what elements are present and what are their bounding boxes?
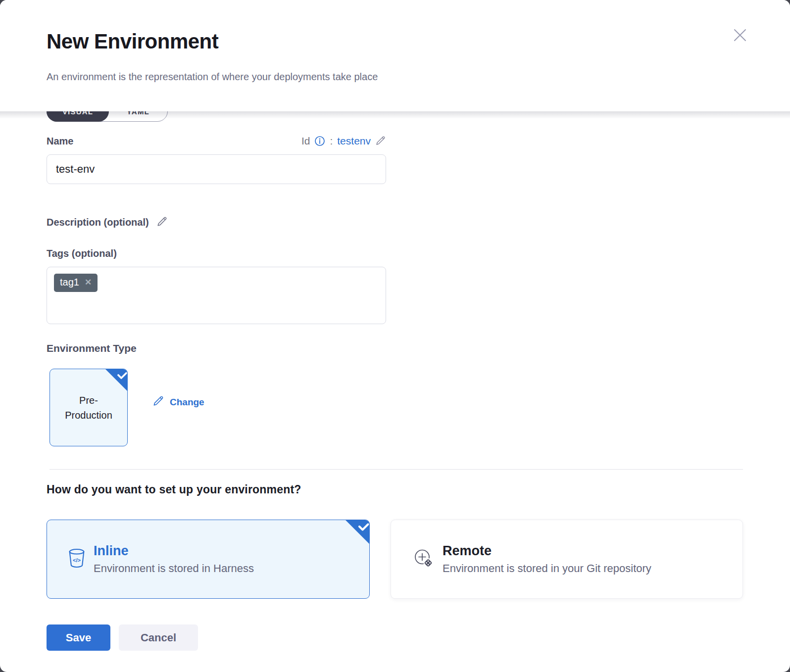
name-label: Name	[47, 136, 73, 147]
close-icon	[731, 39, 749, 46]
id-label: Id	[301, 135, 310, 147]
cancel-button[interactable]: Cancel	[119, 624, 198, 651]
environment-type-label: Environment Type	[47, 342, 743, 355]
name-id-row: Name Id : testenv	[47, 135, 386, 147]
dialog-header: New Environment An environment is the re…	[0, 0, 790, 111]
entity-id-row: Id : testenv	[301, 135, 386, 147]
footer-actions: Save Cancel	[47, 624, 743, 651]
dialog-subtitle: An environment is the representation of …	[47, 71, 378, 83]
option-description: Environment is stored in your Git reposi…	[443, 562, 651, 575]
store-option-remote[interactable]: Remote Environment is stored in your Git…	[391, 520, 743, 599]
option-title: Remote	[443, 543, 651, 559]
new-environment-dialog: New Environment An environment is the re…	[0, 0, 790, 672]
store-option-inline[interactable]: </> Inline Environment is stored in Harn…	[47, 520, 370, 599]
tags-input[interactable]: tag1 ✕	[47, 267, 386, 324]
pencil-icon	[375, 135, 386, 147]
description-row: Description (optional)	[47, 216, 743, 229]
edit-id-button[interactable]	[375, 135, 386, 147]
environment-type-card-label: Pre-Production	[57, 393, 120, 423]
option-title: Inline	[94, 543, 254, 559]
id-info-icon[interactable]	[314, 136, 325, 146]
remote-git-icon	[412, 547, 435, 572]
page-title: New Environment	[47, 30, 218, 53]
id-separator: :	[330, 135, 333, 147]
environment-type-row: Pre-Production Change	[47, 369, 743, 446]
description-label: Description (optional)	[47, 217, 149, 228]
environment-type-card-pre-production[interactable]: Pre-Production	[49, 369, 128, 446]
save-button[interactable]: Save	[47, 624, 110, 651]
section-divider	[49, 469, 743, 470]
pencil-icon	[156, 216, 168, 229]
pencil-icon	[152, 395, 164, 409]
svg-text:</>: </>	[73, 557, 81, 563]
tag-chip: tag1 ✕	[54, 274, 98, 292]
option-text: Remote Environment is stored in your Git…	[443, 543, 651, 575]
id-value[interactable]: testenv	[337, 135, 371, 147]
option-description: Environment is stored in Harness	[94, 562, 254, 575]
close-button[interactable]	[731, 26, 749, 45]
change-link-label: Change	[170, 397, 204, 408]
tags-label: Tags (optional)	[47, 248, 743, 261]
edit-description-button[interactable]	[156, 216, 168, 229]
tag-chip-label: tag1	[60, 277, 79, 288]
option-text: Inline Environment is stored in Harness	[94, 543, 254, 575]
setup-heading: How do you want to set up your environme…	[47, 483, 743, 496]
selected-check-corner	[345, 520, 370, 546]
name-input[interactable]	[47, 154, 386, 184]
inline-store-icon: </>	[68, 548, 86, 571]
change-environment-type-button[interactable]: Change	[149, 394, 207, 410]
remove-tag-button[interactable]: ✕	[85, 278, 92, 287]
store-option-cards: </> Inline Environment is stored in Harn…	[47, 520, 743, 599]
selected-check-corner	[105, 369, 128, 395]
